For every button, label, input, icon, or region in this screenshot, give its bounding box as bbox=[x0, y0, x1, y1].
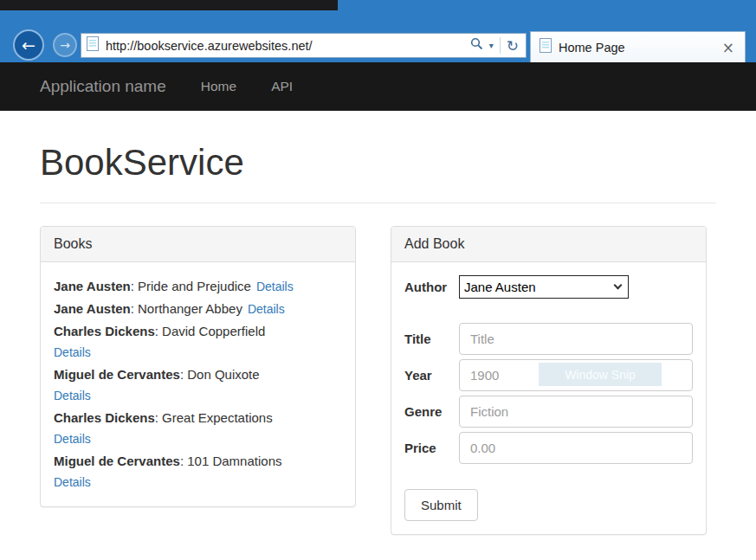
tab-title: Home Page bbox=[559, 41, 720, 55]
year-row: Year Window Snip bbox=[404, 359, 693, 391]
book-author: Jane Austen bbox=[54, 301, 131, 316]
books-panel-body: Jane Austen: Pride and PrejudiceDetails … bbox=[41, 262, 355, 506]
address-bar[interactable]: http://bookservice.azurewebsites.net/ ▾ … bbox=[81, 33, 527, 58]
back-arrow-icon: ← bbox=[22, 35, 36, 55]
book-author: Miguel de Cervantes bbox=[54, 454, 180, 468]
author-row: Author Jane Austen bbox=[404, 275, 693, 299]
book-title: Great Expectations bbox=[162, 410, 273, 425]
browser-window: ← → http://bookservice.azurewebsites.net… bbox=[0, 0, 756, 560]
page-icon bbox=[87, 36, 99, 55]
page-title: BookService bbox=[40, 142, 716, 183]
book-author: Charles Dickens bbox=[54, 324, 155, 338]
book-title: 101 Damnations bbox=[187, 454, 281, 468]
book-title: Don Quixote bbox=[187, 367, 259, 382]
tab-close-icon[interactable]: × bbox=[720, 39, 736, 56]
title-input[interactable] bbox=[459, 323, 693, 355]
divider bbox=[40, 203, 716, 203]
book-author: Miguel de Cervantes bbox=[54, 367, 180, 382]
year-input[interactable] bbox=[459, 359, 693, 391]
genre-row: Genre bbox=[404, 396, 693, 428]
book-item: Charles Dickens: Great ExpectationsDetai… bbox=[54, 407, 342, 450]
author-label: Author bbox=[404, 280, 459, 294]
submit-button[interactable]: Submit bbox=[404, 489, 478, 521]
title-row: Title bbox=[404, 323, 693, 355]
book-item: Miguel de Cervantes: 101 DamnationsDetai… bbox=[54, 450, 342, 493]
title-label: Title bbox=[404, 331, 459, 346]
genre-input-wrap bbox=[459, 396, 693, 428]
url-text[interactable]: http://bookservice.azurewebsites.net/ bbox=[106, 39, 470, 53]
book-title: David Copperfield bbox=[162, 324, 265, 338]
book-separator: : bbox=[180, 454, 187, 468]
book-author: Charles Dickens bbox=[54, 410, 155, 425]
author-select[interactable]: Jane Austen bbox=[459, 275, 629, 299]
author-select-wrap: Jane Austen bbox=[459, 275, 629, 299]
book-title: Northanger Abbey bbox=[138, 301, 242, 316]
panels-row: Books Jane Austen: Pride and PrejudiceDe… bbox=[40, 226, 716, 535]
book-separator: : bbox=[131, 301, 138, 316]
navbar-brand[interactable]: Application name bbox=[40, 77, 166, 96]
book-details-link[interactable]: Details bbox=[54, 385, 91, 407]
book-details-link[interactable]: Details bbox=[248, 302, 285, 316]
books-panel-title: Books bbox=[41, 227, 355, 262]
book-details-link[interactable]: Details bbox=[54, 342, 91, 364]
book-separator: : bbox=[180, 367, 187, 382]
add-book-panel: Add Book Author Jane Austen Title bbox=[391, 226, 707, 535]
browser-chrome: ← → http://bookservice.azurewebsites.net… bbox=[0, 0, 756, 62]
book-details-link[interactable]: Details bbox=[54, 472, 91, 493]
price-input-wrap bbox=[459, 432, 693, 464]
book-separator: : bbox=[131, 279, 138, 293]
book-details-link[interactable]: Details bbox=[54, 428, 91, 450]
add-book-panel-body: Author Jane Austen Title bbox=[391, 262, 706, 534]
browser-tab[interactable]: Home Page × bbox=[530, 31, 746, 62]
books-panel: Books Jane Austen: Pride and PrejudiceDe… bbox=[40, 226, 356, 507]
book-separator: : bbox=[155, 324, 162, 338]
book-item: Jane Austen: Northanger AbbeyDetails bbox=[54, 298, 342, 320]
search-dropdown-icon[interactable]: ▾ bbox=[489, 41, 494, 50]
year-input-wrap: Window Snip bbox=[459, 359, 693, 391]
nav-link-home[interactable]: Home bbox=[201, 79, 236, 94]
genre-label: Genre bbox=[404, 404, 459, 419]
price-row: Price bbox=[404, 432, 693, 464]
year-label: Year bbox=[404, 368, 459, 383]
genre-input[interactable] bbox=[459, 396, 693, 428]
title-input-wrap bbox=[459, 323, 693, 355]
address-bar-tools: ▾ ↻ bbox=[470, 37, 519, 55]
page-content: BookService Books Jane Austen: Pride and… bbox=[0, 111, 756, 560]
book-item: Charles Dickens: David CopperfieldDetail… bbox=[54, 320, 342, 364]
book-separator: : bbox=[155, 410, 162, 425]
forward-button[interactable]: → bbox=[53, 33, 77, 57]
nav-link-api[interactable]: API bbox=[271, 79, 293, 94]
book-author: Jane Austen bbox=[54, 279, 131, 293]
toolbar-divider bbox=[500, 37, 501, 54]
book-item: Miguel de Cervantes: Don QuixoteDetails bbox=[54, 364, 342, 407]
refresh-icon[interactable]: ↻ bbox=[507, 37, 519, 55]
back-button[interactable]: ← bbox=[13, 29, 44, 61]
price-input[interactable] bbox=[459, 432, 693, 464]
tab-favicon bbox=[540, 38, 552, 56]
book-item: Jane Austen: Pride and PrejudiceDetails bbox=[54, 275, 342, 298]
background-window-edge bbox=[0, 0, 338, 10]
book-details-link[interactable]: Details bbox=[256, 280, 294, 293]
book-title: Pride and Prejudice bbox=[138, 279, 251, 293]
search-icon[interactable] bbox=[470, 37, 483, 54]
forward-arrow-icon: → bbox=[60, 38, 70, 52]
price-label: Price bbox=[404, 441, 459, 455]
add-book-panel-title: Add Book bbox=[391, 227, 706, 262]
site-navbar: Application name Home API bbox=[0, 62, 756, 111]
